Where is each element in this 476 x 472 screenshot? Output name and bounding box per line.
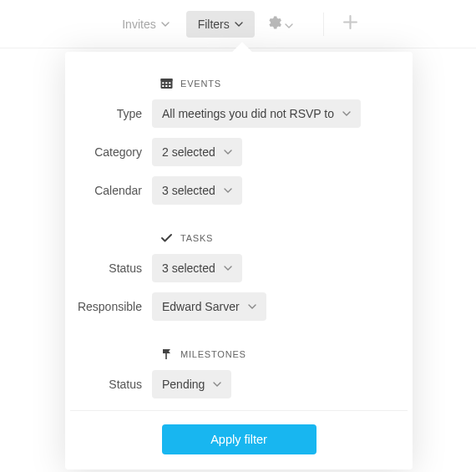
check-icon [160,231,173,244]
milestones-status-label: Status [65,378,152,391]
events-title: EVENTS [180,79,221,89]
chevron-down-icon [342,111,351,116]
type-row: Type All meetings you did not RSVP to [65,99,413,128]
tasks-status-label: Status [65,261,152,275]
invites-label: Invites [122,18,155,31]
chevron-down-icon [248,304,256,309]
tasks-status-dropdown[interactable]: 3 selected [152,254,242,282]
svg-rect-1 [161,79,173,81]
tasks-title: TASKS [180,233,213,243]
milestones-section-header: MILESTONES [160,348,413,360]
category-dropdown[interactable]: 2 selected [152,138,242,166]
footer: Apply filter [65,411,413,469]
type-dropdown[interactable]: All meetings you did not RSVP to [152,99,361,128]
filters-button[interactable]: Filters [186,11,255,38]
milestones-status-dropdown[interactable]: Pending [152,370,231,398]
settings-button[interactable] [260,9,301,39]
type-value: All meetings you did not RSVP to [162,107,334,120]
chevron-down-icon [224,150,232,155]
chevron-down-icon [161,22,170,27]
popover-body: EVENTS Type All meetings you did not RSV… [65,52,413,469]
responsible-value: Edward Sarver [162,300,240,313]
add-button[interactable] [336,9,366,39]
svg-rect-8 [165,353,167,359]
svg-rect-6 [165,85,167,87]
category-value: 2 selected [162,145,215,159]
calendar-row: Calendar 3 selected [65,176,413,205]
toolbar: Invites Filters [0,0,476,48]
tasks-status-row: Status 3 selected [65,254,413,282]
responsible-label: Responsible [65,300,152,313]
toolbar-divider [323,13,324,36]
filters-popover: EVENTS Type All meetings you did not RSV… [65,43,413,469]
svg-rect-4 [169,82,170,84]
events-section-header: EVENTS [160,77,413,89]
chevron-down-icon [224,266,232,271]
responsible-row: Responsible Edward Sarver [65,292,413,321]
filters-label: Filters [198,18,230,31]
plus-icon [343,15,357,33]
tasks-status-value: 3 selected [162,261,215,275]
category-label: Category [65,145,152,159]
category-row: Category 2 selected [65,138,413,166]
gear-icon [268,16,281,33]
chevron-down-icon [285,17,293,32]
svg-rect-3 [165,82,167,84]
milestones-status-value: Pending [162,378,205,391]
calendar-dropdown[interactable]: 3 selected [152,176,242,205]
invites-button[interactable]: Invites [110,11,180,38]
milestones-title: MILESTONES [180,349,246,359]
svg-rect-5 [162,85,164,87]
milestone-icon [160,348,173,360]
responsible-dropdown[interactable]: Edward Sarver [152,292,266,321]
calendar-value: 3 selected [162,184,215,197]
svg-rect-2 [162,82,164,84]
calendar-label: Calendar [65,184,152,197]
chevron-down-icon [235,22,243,27]
chevron-down-icon [213,382,221,387]
apply-label: Apply filter [210,433,267,446]
milestones-status-row: Status Pending [65,370,413,398]
type-label: Type [65,107,152,120]
tasks-section-header: TASKS [160,231,413,244]
svg-rect-7 [169,85,170,87]
calendar-icon [160,77,173,89]
chevron-down-icon [224,188,232,193]
apply-filter-button[interactable]: Apply filter [162,424,316,454]
